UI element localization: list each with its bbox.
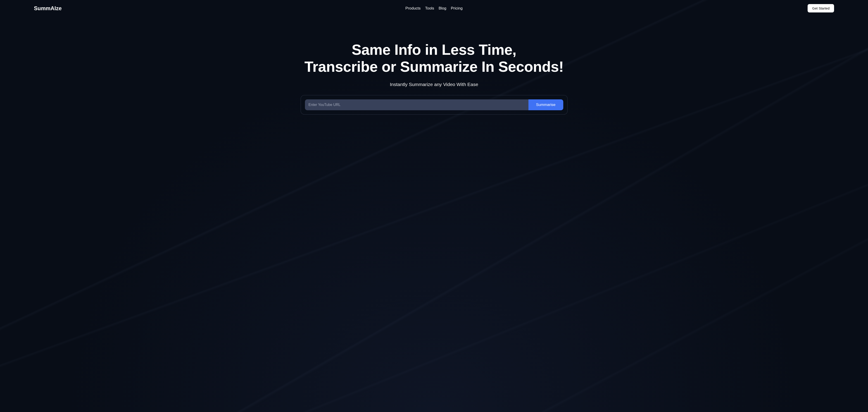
nav-links: Products Tools Blog Pricing: [405, 6, 463, 11]
get-started-button[interactable]: Get Started: [808, 4, 834, 12]
nav-link-pricing[interactable]: Pricing: [451, 6, 463, 11]
url-input-container: Summarise: [301, 95, 567, 115]
hero-title-line2: Transcribe or Summarize In Seconds!: [305, 58, 564, 76]
nav-link-tools[interactable]: Tools: [425, 6, 434, 11]
hero-title-line1: Same Info in Less Time,: [305, 41, 564, 58]
nav-link-blog[interactable]: Blog: [439, 6, 446, 11]
hero-subtitle: Instantly Summarize any Video With Ease: [390, 82, 478, 87]
youtube-url-input[interactable]: [305, 99, 528, 110]
top-nav: SummAIze Products Tools Blog Pricing Get…: [0, 0, 868, 17]
summarise-button[interactable]: Summarise: [528, 99, 563, 110]
hero-section: Same Info in Less Time, Transcribe or Su…: [0, 17, 868, 115]
logo[interactable]: SummAIze: [34, 5, 62, 11]
nav-link-products[interactable]: Products: [405, 6, 421, 11]
hero-title: Same Info in Less Time, Transcribe or Su…: [305, 41, 564, 76]
